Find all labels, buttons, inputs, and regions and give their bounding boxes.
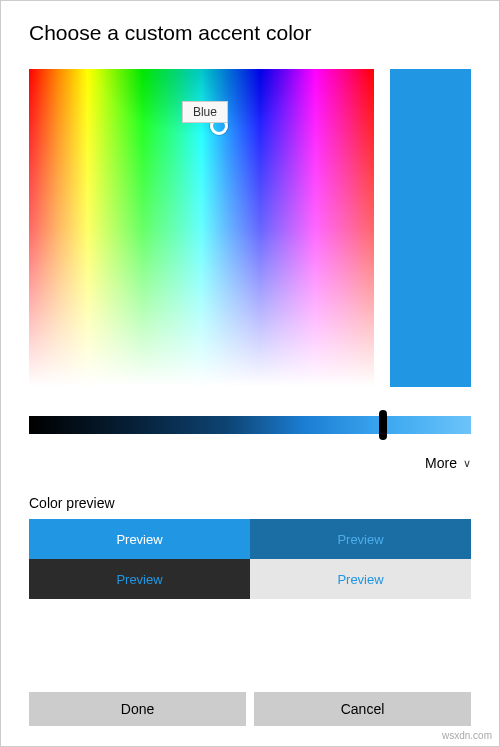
color-spectrum[interactable]: Blue [29,69,374,387]
preview-cell-dark-accent: Preview [250,519,471,559]
preview-section: Color preview Preview Preview Preview Pr… [29,495,471,599]
dialog-title: Choose a custom accent color [29,21,471,45]
preview-cell-light-accent: Preview [29,519,250,559]
watermark: wsxdn.com [442,730,492,741]
preview-heading: Color preview [29,495,471,511]
value-thumb[interactable] [379,410,387,440]
picker-row: Blue [29,69,471,387]
cancel-button[interactable]: Cancel [254,692,471,726]
color-picker-dialog: Choose a custom accent color Blue More ∨… [0,0,500,747]
more-label: More [425,455,457,471]
preview-grid: Preview Preview Preview Preview [29,519,471,599]
chevron-down-icon: ∨ [463,457,471,470]
done-button[interactable]: Done [29,692,246,726]
color-tooltip: Blue [182,101,228,123]
value-track [29,416,471,434]
preview-cell-dark-bg: Preview [29,559,250,599]
value-slider[interactable] [29,413,471,437]
selected-color-swatch [390,69,471,387]
more-toggle[interactable]: More ∨ [29,455,471,471]
button-row: Done Cancel [29,668,471,726]
preview-cell-light-bg: Preview [250,559,471,599]
